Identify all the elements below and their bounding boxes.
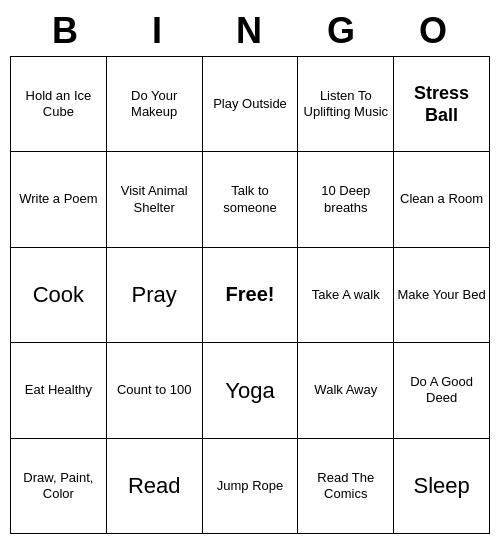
cell-r3-c0: Eat Healthy [11,343,107,438]
cell-r0-c2: Play Outside [202,57,298,152]
cell-r0-c1: Do Your Makeup [106,57,202,152]
cell-r3-c2: Yoga [202,343,298,438]
cell-r4-c2: Jump Rope [202,438,298,533]
cell-r1-c2: Talk to someone [202,152,298,247]
cell-r2-c2: Free! [202,247,298,342]
cell-r4-c3: Read The Comics [298,438,394,533]
cell-r3-c3: Walk Away [298,343,394,438]
cell-r1-c4: Clean a Room [394,152,490,247]
cell-r2-c4: Make Your Bed [394,247,490,342]
cell-r0-c4: Stress Ball [394,57,490,152]
cell-r4-c1: Read [106,438,202,533]
bingo-grid: Hold an Ice CubeDo Your MakeupPlay Outsi… [10,56,490,534]
cell-r4-c4: Sleep [394,438,490,533]
title-o: O [388,10,480,52]
cell-r2-c3: Take A walk [298,247,394,342]
cell-r0-c0: Hold an Ice Cube [11,57,107,152]
cell-r1-c0: Write a Poem [11,152,107,247]
cell-r1-c1: Visit Animal Shelter [106,152,202,247]
cell-r2-c0: Cook [11,247,107,342]
cell-r1-c3: 10 Deep breaths [298,152,394,247]
cell-r4-c0: Draw, Paint, Color [11,438,107,533]
cell-r3-c1: Count to 100 [106,343,202,438]
title-n: N [204,10,296,52]
bingo-title: B I N G O [10,10,490,52]
cell-r3-c4: Do A Good Deed [394,343,490,438]
cell-r2-c1: Pray [106,247,202,342]
title-i: I [112,10,204,52]
title-b: B [20,10,112,52]
title-g: G [296,10,388,52]
cell-r0-c3: Listen To Uplifting Music [298,57,394,152]
